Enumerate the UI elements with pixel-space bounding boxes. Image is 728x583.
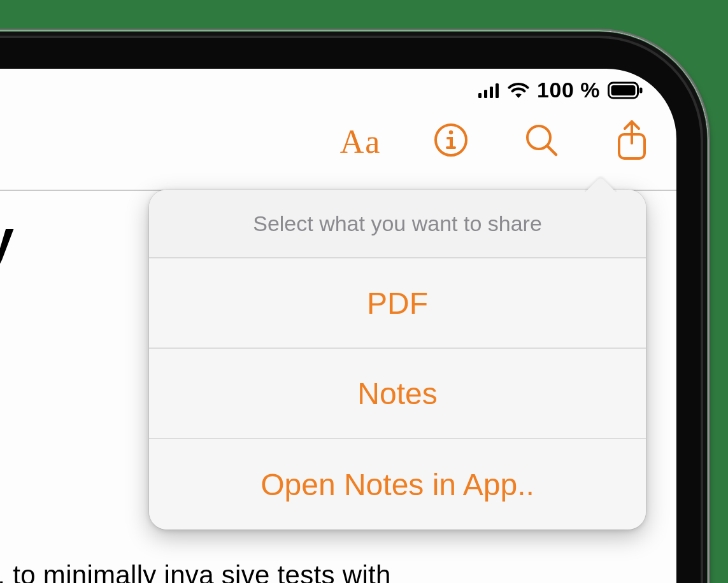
svg-point-8	[449, 130, 453, 134]
svg-rect-6	[639, 87, 643, 93]
svg-rect-3	[496, 83, 499, 98]
search-icon	[524, 122, 559, 160]
share-option-open-notes-in-app[interactable]: Open Notes in App..	[149, 439, 646, 530]
share-popover: Select what you want to share PDF Notes …	[149, 190, 646, 530]
svg-rect-2	[490, 87, 493, 98]
svg-rect-0	[478, 93, 482, 98]
screen: 100 % Aa	[0, 69, 676, 583]
popover-arrow	[585, 176, 617, 193]
svg-rect-11	[446, 146, 456, 149]
svg-rect-5	[611, 85, 636, 95]
wifi-icon	[508, 82, 529, 99]
battery-icon	[608, 81, 643, 99]
share-icon	[614, 119, 650, 164]
share-option-notes[interactable]: Notes	[149, 349, 646, 439]
cellular-icon	[478, 83, 500, 98]
info-button[interactable]	[431, 121, 471, 162]
share-option-pdf[interactable]: PDF	[149, 258, 646, 349]
text-settings-button[interactable]: Aa	[340, 121, 381, 162]
toolbar: Aa	[340, 121, 652, 162]
info-icon	[434, 123, 468, 160]
share-popover-header: Select what you want to share	[149, 190, 646, 258]
device-bezel: 100 % Aa	[0, 32, 707, 583]
svg-rect-1	[484, 90, 487, 98]
svg-line-13	[548, 146, 556, 155]
search-button[interactable]	[521, 121, 562, 162]
share-button[interactable]	[611, 121, 652, 162]
status-bar: 100 %	[478, 78, 643, 102]
battery-percent: 100 %	[537, 78, 600, 102]
